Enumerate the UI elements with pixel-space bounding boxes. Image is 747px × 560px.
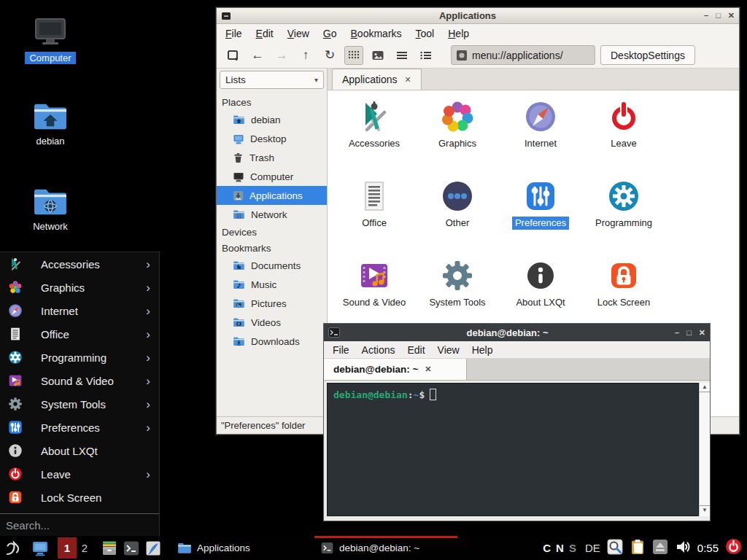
desktop-icon-network[interactable]: Network — [15, 186, 86, 233]
quicklaunch-file-manager[interactable] — [98, 536, 120, 560]
folder-item-internet[interactable]: Internet — [499, 97, 582, 176]
compact-view-icon[interactable] — [392, 46, 411, 65]
workspace-1-button[interactable]: 1 — [58, 537, 77, 559]
address-bar[interactable] — [451, 45, 595, 65]
menu-edit[interactable]: Edit — [407, 344, 425, 356]
terminal-tab[interactable]: debian@debian: ~ ✕ — [324, 359, 467, 380]
menu-edit[interactable]: Edit — [256, 28, 274, 39]
maximize-icon[interactable]: □ — [686, 329, 692, 337]
taskbar-task-terminal[interactable]: debian@debian: ~ — [314, 536, 457, 560]
menu-bookmarks[interactable]: Bookmarks — [351, 28, 402, 39]
address-input[interactable] — [472, 50, 581, 61]
new-tab-icon[interactable] — [224, 46, 243, 65]
clipboard-icon[interactable] — [630, 539, 646, 558]
taskbar-task-applications[interactable]: Applications — [171, 536, 314, 560]
menu-tool[interactable]: Tool — [416, 28, 435, 39]
screenshot-tool-icon[interactable] — [607, 539, 623, 558]
menu-item-programming[interactable]: Programming › — [0, 346, 159, 369]
sidebar-item-network[interactable]: Network — [217, 205, 327, 224]
terminal-titlebar[interactable]: debian@debian: ~ – □ ✕ — [324, 324, 710, 341]
sidebar-mode-dropdown[interactable]: Lists ▾ — [220, 71, 324, 89]
sidebar-item-computer[interactable]: Computer — [217, 167, 327, 186]
terminal-scrollbar[interactable]: ▲ ▼ — [699, 383, 710, 516]
eject-icon[interactable] — [652, 539, 668, 558]
menu-item-system-tools[interactable]: System Tools › — [0, 392, 159, 416]
menu-item-graphics[interactable]: Graphics › — [0, 276, 159, 299]
forward-icon[interactable]: → — [272, 46, 291, 65]
submenu-chevron-icon: › — [146, 281, 150, 294]
sidebar-item-applications[interactable]: Applications — [217, 186, 327, 205]
file-manager-titlebar[interactable]: Applications – □ ✕ — [217, 8, 739, 24]
tab-applications[interactable]: Applications ✕ — [332, 69, 422, 90]
menu-item-preferences[interactable]: Preferences › — [0, 416, 159, 439]
folder-item-preferences[interactable]: Preferences — [499, 176, 582, 256]
menu-item-internet[interactable]: Internet › — [0, 299, 159, 322]
tab-close-icon[interactable]: ✕ — [405, 75, 411, 85]
reload-icon[interactable]: ↻ — [320, 46, 339, 65]
clock[interactable]: 0:55 — [697, 542, 719, 554]
sidebar-item-music[interactable]: Music — [217, 275, 327, 294]
desktop-settings-button[interactable]: DesktopSettings — [600, 45, 695, 65]
scroll-up-icon[interactable]: ▲ — [700, 384, 710, 392]
search-input[interactable] — [0, 519, 146, 532]
folder-item-leave[interactable]: Leave — [582, 97, 665, 176]
terminal-icon — [328, 327, 340, 338]
sidebar-item-downloads[interactable]: Downloads — [217, 332, 327, 351]
menu-help[interactable]: Help — [472, 344, 493, 356]
folder-item-other[interactable]: Other — [416, 176, 499, 256]
tab-close-icon[interactable]: ✕ — [425, 365, 431, 374]
up-icon[interactable]: ↑ — [296, 46, 315, 65]
sidebar-item-videos[interactable]: Videos — [217, 313, 327, 332]
menu-item-leave[interactable]: Leave › — [0, 462, 159, 486]
icon-view-icon[interactable] — [344, 46, 363, 65]
scroll-down-icon[interactable]: ▼ — [700, 505, 710, 515]
start-menu-search[interactable] — [0, 513, 159, 536]
menu-item-about-lxqt[interactable]: About LXQt — [0, 439, 159, 462]
keyboard-indicator[interactable]: C N S — [543, 542, 576, 554]
shutdown-icon[interactable] — [725, 538, 742, 558]
sidebar-item-documents[interactable]: Documents — [217, 256, 327, 275]
menu-view[interactable]: View — [438, 344, 460, 356]
quicklaunch-featherpad[interactable] — [142, 536, 164, 560]
quicklaunch-terminal[interactable] — [120, 536, 142, 560]
detailed-list-icon[interactable] — [417, 46, 436, 65]
folder-item-accessories[interactable]: Accessories — [333, 97, 416, 176]
downloads-folder-icon — [233, 336, 245, 346]
sidebar-item-desktop[interactable]: Desktop — [217, 129, 327, 148]
workspace-2-button[interactable]: 2 — [77, 542, 93, 554]
menu-item-accessories[interactable]: Accessories › — [0, 252, 159, 276]
menu-go[interactable]: Go — [323, 28, 337, 39]
desktop-icon-computer[interactable]: Computer — [15, 18, 86, 64]
minimize-icon[interactable]: – — [675, 329, 679, 337]
folder-item-office[interactable]: Office — [333, 176, 416, 256]
menu-file[interactable]: File — [333, 344, 349, 356]
folder-item-programming[interactable]: Programming — [582, 176, 665, 256]
close-icon[interactable]: ✕ — [728, 12, 735, 20]
graphics-icon — [440, 99, 475, 134]
maximize-icon[interactable]: □ — [716, 12, 721, 20]
menu-item-sound-video[interactable]: Sound & Video › — [0, 369, 159, 392]
status-text: "Preferences" folder — [221, 420, 305, 431]
menu-actions[interactable]: Actions — [362, 344, 395, 356]
close-icon[interactable]: ✕ — [699, 329, 705, 337]
start-menu-button[interactable] — [1, 536, 25, 560]
minimize-icon[interactable]: – — [704, 12, 708, 20]
menu-help[interactable]: Help — [448, 28, 469, 39]
videos-folder-icon — [233, 317, 245, 327]
keyboard-layout[interactable]: DE — [585, 542, 600, 554]
menu-view[interactable]: View — [287, 28, 309, 39]
folder-item-graphics[interactable]: Graphics — [416, 97, 499, 176]
terminal-screen[interactable]: debian@debian:~$ — [327, 383, 699, 516]
menu-file[interactable]: File — [225, 28, 242, 39]
desktop-icon-home-folder[interactable]: debian — [15, 101, 86, 147]
sidebar-item-trash[interactable]: Trash — [217, 148, 327, 167]
show-desktop-button[interactable] — [29, 536, 51, 560]
menu-item-office[interactable]: Office › — [0, 322, 159, 346]
back-icon[interactable]: ← — [248, 46, 267, 65]
about-lxqt-icon — [523, 258, 558, 293]
menu-item-lock-screen[interactable]: Lock Screen — [0, 486, 159, 509]
sidebar-item-pictures[interactable]: Pictures — [217, 294, 327, 313]
thumbnail-view-icon[interactable] — [368, 46, 387, 65]
sidebar-item-home[interactable]: debian — [217, 110, 327, 129]
volume-icon[interactable] — [675, 539, 691, 558]
